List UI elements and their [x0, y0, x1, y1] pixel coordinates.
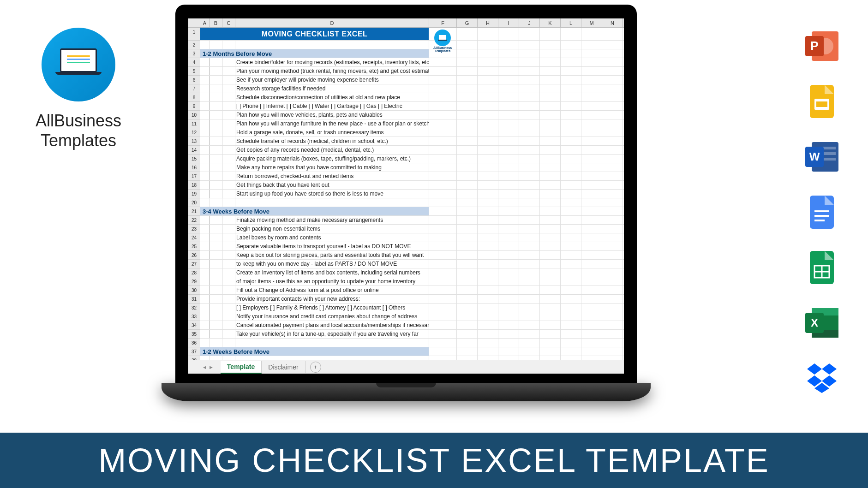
checkbox-cell[interactable]: [210, 111, 222, 119]
row-number[interactable]: 22: [188, 216, 200, 225]
checklist-item[interactable]: [ ] Employers [ ] Family & Friends [ ] A…: [235, 304, 429, 312]
checkbox-cell[interactable]: [210, 190, 222, 198]
checklist-item[interactable]: [ ] Phone [ ] Internet [ ] Cable [ ] Wat…: [235, 102, 429, 110]
row-number[interactable]: 19: [188, 190, 200, 198]
column-header[interactable]: K: [540, 18, 561, 27]
row-number[interactable]: 14: [188, 146, 200, 155]
add-sheet-button[interactable]: +: [310, 362, 321, 373]
row-number[interactable]: 3: [188, 49, 200, 58]
row-number[interactable]: 8: [188, 93, 200, 102]
checklist-item[interactable]: Start using up food you have stored so t…: [235, 190, 429, 198]
column-header[interactable]: N: [602, 18, 623, 27]
row-number[interactable]: 17: [188, 172, 200, 181]
row-number[interactable]: 2: [188, 41, 200, 49]
tab-template[interactable]: Template: [221, 361, 262, 374]
checklist-item[interactable]: Fill out a Change of Address form at a p…: [235, 286, 429, 294]
row-number[interactable]: 25: [188, 242, 200, 251]
checklist-item[interactable]: Provide important contacts with your new…: [235, 295, 429, 303]
checklist-item[interactable]: Plan how you will arrange furniture in t…: [235, 119, 429, 128]
row-number[interactable]: 4: [188, 58, 200, 67]
checkbox-cell[interactable]: [210, 330, 222, 338]
row-number[interactable]: 1: [188, 28, 200, 41]
checkbox-cell[interactable]: [210, 137, 222, 145]
checklist-item[interactable]: Take your vehicle(s) in for a tune-up, e…: [235, 330, 429, 338]
checkbox-cell[interactable]: [210, 295, 222, 303]
row-number[interactable]: 21: [188, 207, 200, 216]
checklist-item[interactable]: Schedule transfer of records (medical, c…: [235, 137, 429, 145]
checklist-item[interactable]: Acquire packing materials (boxes, tape, …: [235, 155, 429, 163]
checkbox-cell[interactable]: [210, 58, 222, 66]
column-header[interactable]: C: [222, 18, 235, 27]
checkbox-cell[interactable]: [210, 286, 222, 294]
checklist-item[interactable]: Label boxes by room and contents: [235, 233, 429, 242]
checkbox-cell[interactable]: [210, 146, 222, 154]
row-number[interactable]: 37: [188, 347, 200, 356]
checklist-item[interactable]: Make any home repairs that you have comm…: [235, 163, 429, 172]
checklist-item[interactable]: Cancel automated payment plans and local…: [235, 321, 429, 329]
checkbox-cell[interactable]: [210, 242, 222, 250]
row-number[interactable]: 15: [188, 155, 200, 163]
row-number[interactable]: 10: [188, 111, 200, 119]
column-header[interactable]: M: [581, 18, 602, 27]
checkbox-cell[interactable]: [210, 216, 222, 224]
row-number[interactable]: 16: [188, 163, 200, 172]
checkbox-cell[interactable]: [210, 172, 222, 180]
column-header[interactable]: H: [478, 18, 498, 27]
row-number[interactable]: 23: [188, 225, 200, 233]
row-number[interactable]: 11: [188, 119, 200, 128]
checkbox-cell[interactable]: [210, 155, 222, 163]
checkbox-cell[interactable]: [210, 251, 222, 259]
checkbox-cell[interactable]: [210, 260, 222, 268]
column-header[interactable]: L: [561, 18, 581, 27]
cells-area[interactable]: MOVING CHECKLIST EXCEL1-2 Months Before …: [200, 28, 624, 360]
row-number[interactable]: 31: [188, 295, 200, 304]
row-number[interactable]: 5: [188, 67, 200, 76]
row-number[interactable]: 36: [188, 339, 200, 347]
checkbox-cell[interactable]: [210, 67, 222, 75]
column-header[interactable]: D: [235, 18, 429, 27]
tab-disclaimer[interactable]: Disclaimer: [262, 361, 305, 373]
row-number[interactable]: 30: [188, 286, 200, 295]
row-number[interactable]: 24: [188, 233, 200, 242]
row-number[interactable]: 38: [188, 356, 200, 360]
column-header[interactable]: A: [200, 18, 210, 27]
checklist-item[interactable]: See if your employer will provide moving…: [235, 76, 429, 84]
checklist-item[interactable]: to keep with you on move day - label as …: [235, 260, 429, 268]
checklist-item[interactable]: Get things back that you have lent out: [235, 181, 429, 189]
row-number[interactable]: 6: [188, 76, 200, 84]
checklist-item[interactable]: Create binder/folder for moving records …: [235, 58, 429, 66]
row-number[interactable]: 26: [188, 251, 200, 260]
checklist-item[interactable]: Return borrowed, checked-out and rented …: [235, 172, 429, 180]
checkbox-cell[interactable]: [210, 128, 222, 137]
checkbox-cell[interactable]: [210, 233, 222, 242]
row-number[interactable]: 28: [188, 268, 200, 277]
column-header[interactable]: I: [498, 18, 519, 27]
tab-nav-arrows[interactable]: ◄ ►: [202, 364, 214, 370]
checklist-item[interactable]: Research storage facilities if needed: [235, 84, 429, 93]
row-number[interactable]: 33: [188, 312, 200, 321]
checkbox-cell[interactable]: [210, 181, 222, 189]
checklist-item[interactable]: Get copies of any records needed (medica…: [235, 146, 429, 154]
column-header[interactable]: J: [519, 18, 540, 27]
checklist-item[interactable]: Finalize moving method and make necessar…: [235, 216, 429, 224]
checklist-item[interactable]: Hold a garage sale, donate, sell, or tra…: [235, 128, 429, 137]
checkbox-cell[interactable]: [210, 268, 222, 277]
checkbox-cell[interactable]: [210, 84, 222, 93]
checkbox-cell[interactable]: [210, 321, 222, 329]
row-number[interactable]: 18: [188, 181, 200, 190]
checkbox-cell[interactable]: [210, 102, 222, 110]
row-number[interactable]: 20: [188, 198, 200, 207]
checkbox-cell[interactable]: [210, 163, 222, 172]
checklist-item[interactable]: Plan how you will move vehicles, plants,…: [235, 111, 429, 119]
checkbox-cell[interactable]: [210, 119, 222, 128]
column-header[interactable]: G: [457, 18, 478, 27]
row-number[interactable]: 7: [188, 84, 200, 93]
checklist-item[interactable]: Plan your moving method (truck rental, h…: [235, 67, 429, 75]
row-number[interactable]: 34: [188, 321, 200, 330]
checklist-item[interactable]: of major items - use this as an opportun…: [235, 277, 429, 286]
checkbox-cell[interactable]: [210, 277, 222, 286]
checkbox-cell[interactable]: [210, 93, 222, 101]
checklist-item[interactable]: Begin packing non-essential items: [235, 225, 429, 233]
column-header[interactable]: F: [429, 18, 457, 27]
checklist-item[interactable]: Create an inventory list of items and bo…: [235, 268, 429, 277]
